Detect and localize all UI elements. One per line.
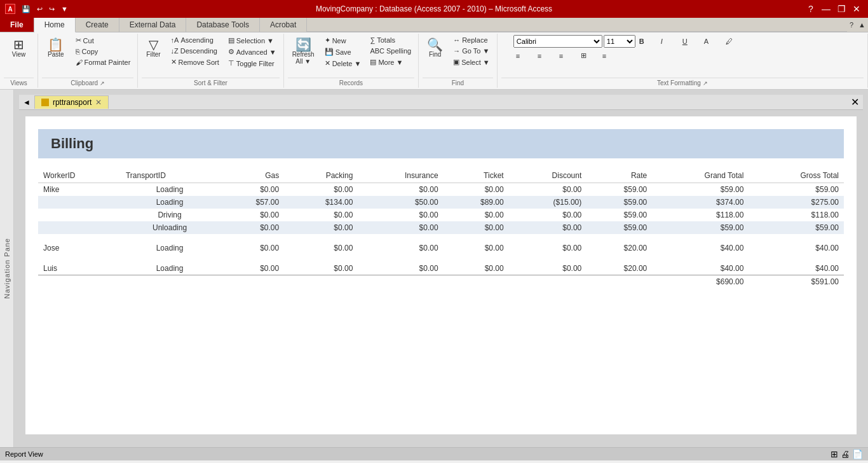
replace-icon: ↔ (453, 36, 460, 44)
selection-button[interactable]: ▤ Selection ▼ (225, 35, 280, 46)
align-left-button[interactable]: ≡ (513, 51, 534, 61)
minimize-btn[interactable]: — (820, 3, 832, 15)
filter-button[interactable]: ▽ Filter (142, 35, 165, 61)
tab-file[interactable]: File (0, 18, 34, 32)
cell-packing: $134.00 (284, 196, 358, 209)
layout-view-btn[interactable]: ⊞ (831, 449, 838, 459)
maximize-btn[interactable]: ❐ (835, 3, 848, 15)
help-btn[interactable]: ? (804, 3, 817, 15)
goto-button[interactable]: → Go To ▼ (450, 46, 493, 56)
cell-insurance: $50.00 (358, 196, 443, 209)
filter-label: Filter (146, 51, 160, 58)
ascending-icon: ↑A (171, 36, 179, 44)
close-report-btn[interactable]: ✕ (847, 95, 863, 109)
tab-database-tools[interactable]: Database Tools (186, 18, 260, 32)
font-size-select[interactable]: 11 (604, 35, 635, 48)
cut-button[interactable]: ✂ Cut (72, 35, 134, 46)
report-header: Billing (38, 129, 844, 158)
print-preview-btn[interactable]: 🖨 (841, 449, 850, 459)
copy-button[interactable]: ⎘ Copy (72, 46, 134, 57)
select-button[interactable]: ▣ Select ▼ (450, 57, 493, 67)
cell-ticket: $0.00 (444, 242, 509, 254)
spelling-button[interactable]: ABC Spelling (367, 46, 414, 56)
find-button[interactable]: 🔍 Find (423, 35, 447, 61)
ribbon-group-sort-filter: ▽ Filter ↑A Ascending ↓Z Descending ✕ Re… (138, 34, 283, 88)
tab-acrobat[interactable]: Acrobat (260, 18, 307, 32)
close-btn[interactable]: ✕ (850, 3, 863, 15)
save-quick-btn[interactable]: 💾 (19, 4, 33, 15)
report-content: Billing WorkerID TransportID Gas Packing… (25, 116, 857, 434)
ascending-button[interactable]: ↑A Ascending (168, 35, 222, 45)
cell-grosstotal: $40.00 (749, 262, 844, 275)
bold-button[interactable]: B (637, 36, 657, 46)
font-family-select[interactable]: Calibri (513, 35, 602, 48)
totals-icon: ∑ (370, 36, 375, 44)
align-right-button[interactable]: ≡ (557, 51, 577, 61)
select-label: Select ▼ (461, 59, 490, 66)
new-button[interactable]: ✦ New (322, 35, 365, 46)
alternate-row-button[interactable]: ≡ (600, 51, 620, 61)
report-view-btn[interactable]: 📄 (852, 449, 863, 459)
toggle-filter-button[interactable]: ⊤ Toggle Filter (225, 58, 280, 69)
underline-button[interactable]: U (680, 36, 700, 46)
cell-packing: $0.00 (284, 262, 358, 275)
total-grand: $690.00 (652, 275, 749, 289)
report-table: WorkerID TransportID Gas Packing Insuran… (38, 169, 844, 288)
save-icon: 💾 (325, 48, 334, 56)
view-label: View (12, 51, 26, 58)
ribbon-tab-bar: File Home Create External Data Database … (0, 18, 868, 32)
delete-button[interactable]: ✕ Delete ▼ (322, 58, 365, 69)
access-icon: A (5, 4, 15, 14)
cell-transport: Loading (121, 196, 219, 209)
find-group-label: Find (423, 78, 493, 86)
ribbon-help-btn[interactable]: ? (847, 18, 856, 32)
views-group-label: Views (4, 78, 34, 86)
cell-grandtotal: $118.00 (652, 209, 749, 221)
remove-sort-button[interactable]: ✕ Remove Sort (168, 57, 222, 67)
navigation-pane[interactable]: Navigation Pane (0, 90, 14, 447)
cell-ticket: $0.00 (444, 183, 509, 197)
totals-button[interactable]: ∑ Totals (367, 35, 414, 45)
replace-label: Replace (462, 36, 487, 44)
report-tab[interactable]: rpttransport ✕ (34, 95, 109, 109)
new-icon: ✦ (325, 36, 330, 45)
clipboard-small-group: ✂ Cut ⎘ Copy 🖌 Format Painter (72, 35, 134, 67)
replace-button[interactable]: ↔ Replace (450, 35, 493, 45)
records-small-group2: ∑ Totals ABC Spelling ▤ More ▼ (367, 35, 414, 67)
format-painter-button[interactable]: 🖌 Format Painter (72, 57, 134, 67)
italic-button[interactable]: I (658, 36, 679, 46)
highlight-button[interactable]: 🖊 (723, 36, 743, 46)
cell-transport: Loading (121, 262, 219, 275)
advanced-button[interactable]: ⚙ Advanced ▼ (225, 46, 280, 57)
delete-label: Delete ▼ (332, 60, 362, 67)
more-button[interactable]: ▤ More ▼ (367, 57, 414, 67)
tab-create[interactable]: Create (76, 18, 119, 32)
save-button[interactable]: 💾 Save (322, 46, 365, 57)
spelling-label: Spelling (386, 47, 411, 55)
descending-button[interactable]: ↓Z Descending (168, 46, 222, 56)
ribbon-collapse-btn[interactable]: ▲ (856, 18, 868, 32)
report-tab-close-btn[interactable]: ✕ (95, 98, 102, 107)
cell-packing: $0.00 (284, 242, 358, 254)
table-row: Loading$57.00$134.00$50.00$89.00($15.00)… (38, 196, 844, 209)
view-button[interactable]: ⊞ View (8, 35, 31, 61)
total-gross: $591.00 (749, 275, 844, 289)
refresh-icon: 🔄 (295, 38, 311, 51)
gridlines-button[interactable]: ⊞ (578, 50, 599, 61)
paste-button[interactable]: 📋 Paste (42, 35, 70, 61)
window-controls: ? — ❐ ✕ (804, 3, 863, 15)
customize-btn[interactable]: ▼ (58, 4, 71, 14)
font-color-button[interactable]: A (702, 36, 722, 46)
spacer-row (38, 234, 844, 242)
redo-btn[interactable]: ↪ (46, 4, 57, 15)
refresh-all-button[interactable]: 🔄 RefreshAll ▼ (288, 35, 319, 68)
col-ticket: Ticket (444, 169, 509, 183)
tab-external-data[interactable]: External Data (119, 18, 187, 32)
cell-discount: $0.00 (509, 242, 587, 254)
align-center-button[interactable]: ≡ (535, 51, 555, 61)
find-label: Find (429, 51, 441, 58)
undo-btn[interactable]: ↩ (34, 4, 45, 15)
tab-home[interactable]: Home (34, 18, 76, 32)
nav-pane-expand-btn[interactable]: ◄ (19, 97, 34, 108)
col-workerid: WorkerID (38, 169, 121, 183)
